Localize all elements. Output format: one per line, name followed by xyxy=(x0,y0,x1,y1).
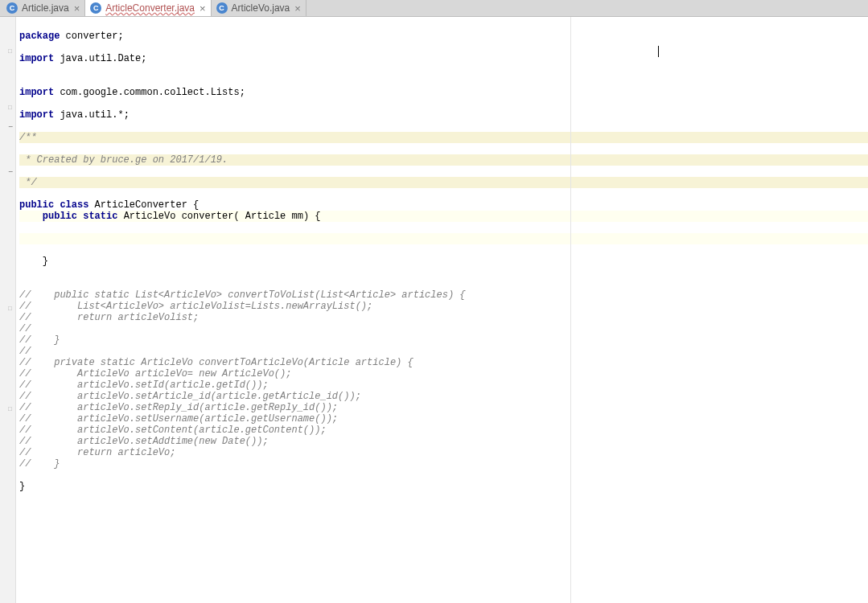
class-icon: C xyxy=(216,2,228,14)
comment: // return articleVo; xyxy=(19,447,175,458)
comment: // articleVo.setAddtime(new Date()); xyxy=(19,436,269,447)
comment: // List<ArticleVo> articleVolist=Lists.n… xyxy=(19,301,372,312)
code-text: converter; xyxy=(60,31,123,42)
keyword: public class xyxy=(19,199,88,211)
comment: // articleVo.setUsername(article.getUser… xyxy=(19,413,338,425)
code-editor[interactable]: package converter; import java.util.Date… xyxy=(16,17,868,603)
tab-article[interactable]: C Article.java × xyxy=(2,0,85,16)
code-text: } xyxy=(19,481,25,492)
keyword: public static xyxy=(43,211,118,222)
gutter-fold-icon[interactable] xyxy=(8,305,12,313)
keyword: import xyxy=(19,53,54,64)
tab-label: ArticleVo.java xyxy=(232,2,290,14)
tab-label: Article.java xyxy=(22,2,69,14)
code-text: com.google.common.collect.Lists; xyxy=(54,87,245,98)
tab-article-converter[interactable]: C ArticleConverter.java × xyxy=(85,0,211,16)
method-name: converter xyxy=(182,211,234,222)
comment: // xyxy=(19,346,31,357)
gutter-fold-icon[interactable] xyxy=(8,405,12,413)
gutter-collapse-icon[interactable] xyxy=(8,124,13,132)
comment: // articleVo.setReply_id(article.getRepl… xyxy=(19,402,338,413)
doc-comment: /** xyxy=(19,132,37,143)
tab-article-vo[interactable]: C ArticleVo.java × xyxy=(212,0,306,16)
doc-comment: */ xyxy=(19,177,37,188)
comment: // return articleVolist; xyxy=(19,312,199,323)
keyword: package xyxy=(19,31,60,42)
comment: // } xyxy=(19,458,60,470)
code-text: ( Article mm) { xyxy=(233,211,320,222)
code-text xyxy=(19,211,43,222)
close-icon[interactable]: × xyxy=(74,3,80,14)
comment: // articleVo.setArticle_id(article.getAr… xyxy=(19,391,361,402)
comment: // private static ArticleVo convertToArt… xyxy=(19,357,413,368)
comment: // articleVo.setContent(article.getConte… xyxy=(19,425,327,436)
comment: // articleVo.setId(article.getId()); xyxy=(19,379,269,391)
comment: // public static List<ArticleVo> convert… xyxy=(19,289,466,301)
keyword: import xyxy=(19,109,54,121)
gutter-fold-icon[interactable] xyxy=(8,47,12,55)
comment: // ArticleVo articleVo= new ArticleVo(); xyxy=(19,368,291,379)
gutter-fold-icon[interactable] xyxy=(8,104,12,112)
code-text: ArticleVo xyxy=(117,211,181,222)
code-text: } xyxy=(19,256,48,267)
class-icon: C xyxy=(90,2,101,14)
comment: // xyxy=(19,323,31,334)
class-icon: C xyxy=(6,2,18,14)
doc-comment: * Created by bruce.ge on 2017/1/19. xyxy=(19,154,228,166)
editor-area[interactable]: package converter; import java.util.Date… xyxy=(0,17,868,603)
editor-tab-bar: C Article.java × C ArticleConverter.java… xyxy=(0,0,868,17)
close-icon[interactable]: × xyxy=(200,3,206,14)
code-text: ArticleConverter { xyxy=(88,199,199,211)
close-icon[interactable]: × xyxy=(294,3,301,14)
keyword: import xyxy=(19,87,54,98)
comment: // } xyxy=(19,334,60,346)
gutter-collapse-icon[interactable] xyxy=(8,169,13,177)
code-text: java.util.Date; xyxy=(54,53,146,64)
editor-gutter[interactable] xyxy=(0,17,16,603)
code-text: java.util.*; xyxy=(54,109,130,121)
text-cursor xyxy=(658,46,659,57)
tab-label: ArticleConverter.java xyxy=(105,2,195,14)
right-margin-line xyxy=(570,17,571,603)
